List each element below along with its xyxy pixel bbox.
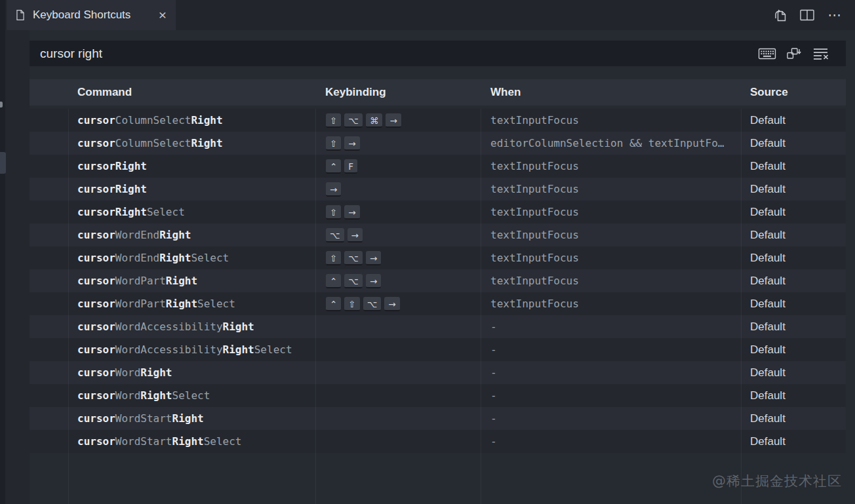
table-row[interactable]: cursorWordRightSelect-Default bbox=[30, 384, 846, 407]
search-input[interactable] bbox=[30, 41, 758, 66]
table-row[interactable]: cursorWordRight-Default bbox=[30, 361, 846, 384]
keybinding-cell: ⇧→ bbox=[315, 205, 481, 220]
command-part: WordStart bbox=[115, 435, 172, 448]
when-cell: - bbox=[481, 435, 741, 448]
keycap: → bbox=[366, 251, 381, 265]
keybinding-cell: ⌃⇧⌥→ bbox=[315, 297, 481, 311]
when-cell: textInputFocus bbox=[481, 160, 741, 172]
source-cell: Default bbox=[741, 183, 846, 196]
tab-bar: Keyboard Shortcuts × ⋯ bbox=[5, 0, 855, 30]
table-row[interactable]: cursorRight→textInputFocusDefault bbox=[30, 178, 846, 201]
when-cell: textInputFocus bbox=[481, 229, 741, 241]
table-row[interactable]: cursorColumnSelectRight⇧→editorColumnSel… bbox=[30, 132, 846, 155]
when-cell: - bbox=[481, 343, 741, 356]
command-part: Right bbox=[166, 275, 197, 287]
command-cell: cursorRight bbox=[68, 183, 315, 195]
table-row[interactable]: cursorWordEndRight⌥→textInputFocusDefaul… bbox=[30, 223, 846, 246]
clear-search-icon[interactable] bbox=[812, 46, 830, 62]
command-cell: cursorRight bbox=[68, 160, 315, 172]
command-part: Right bbox=[159, 252, 191, 264]
command-part: cursor bbox=[77, 206, 115, 218]
row-actions-cell bbox=[30, 178, 68, 201]
header-when: When bbox=[481, 86, 741, 99]
command-part: cursor bbox=[77, 137, 115, 149]
command-cell: cursorWordStartRight bbox=[68, 412, 315, 425]
command-part: Select bbox=[204, 435, 242, 448]
keybinding-cell: ⌃⌥→ bbox=[315, 274, 481, 288]
sort-by-precedence-icon[interactable] bbox=[785, 46, 803, 62]
keycap: → bbox=[344, 136, 359, 151]
command-part: cursor bbox=[77, 320, 115, 333]
command-part: cursor bbox=[77, 412, 115, 425]
keycap: → bbox=[384, 297, 399, 311]
split-editor-icon[interactable] bbox=[799, 7, 816, 23]
source-cell: Default bbox=[741, 320, 846, 334]
more-actions-icon[interactable]: ⋯ bbox=[826, 7, 843, 23]
close-icon[interactable]: × bbox=[156, 9, 169, 21]
table-row[interactable]: cursorWordStartRight-Default bbox=[30, 407, 846, 430]
keybinding-cell: ⇧⌥→ bbox=[315, 251, 481, 265]
keycap: ⌘ bbox=[366, 113, 383, 128]
table-row[interactable]: cursorWordAccessibilityRight-Default bbox=[30, 315, 846, 338]
command-cell: cursorColumnSelectRight bbox=[68, 114, 315, 126]
table-row[interactable]: cursorWordEndRightSelect⇧⌥→textInputFocu… bbox=[30, 246, 846, 269]
row-actions-cell bbox=[30, 269, 68, 292]
sidebar-marker bbox=[0, 102, 3, 107]
table-row[interactable]: cursorRightSelect⇧→textInputFocusDefault bbox=[30, 201, 846, 223]
table-row[interactable]: cursorWordPartRightSelect⌃⇧⌥→textInputFo… bbox=[30, 292, 846, 315]
keybinding-cell: ⌃F bbox=[315, 159, 481, 174]
command-part: Right bbox=[223, 343, 254, 356]
record-keys-icon[interactable] bbox=[758, 46, 776, 62]
command-part: ColumnSelect bbox=[115, 137, 191, 149]
when-cell: textInputFocus bbox=[481, 298, 741, 310]
header-source: Source bbox=[741, 86, 846, 99]
table-row[interactable]: cursorWordPartRight⌃⌥→textInputFocusDefa… bbox=[30, 269, 846, 292]
command-part: Select bbox=[191, 252, 229, 264]
command-part: cursor bbox=[77, 389, 115, 402]
command-cell: cursorWordPartRightSelect bbox=[68, 298, 315, 310]
row-actions-cell bbox=[30, 223, 68, 246]
search-toolbar bbox=[758, 46, 846, 62]
table-row[interactable]: cursorWordStartRightSelect-Default bbox=[30, 430, 846, 453]
row-actions-cell bbox=[30, 361, 68, 384]
table-row[interactable]: cursorWordAccessibilityRightSelect-Defau… bbox=[30, 338, 846, 361]
command-part: ColumnSelect bbox=[115, 114, 191, 126]
when-cell: - bbox=[481, 389, 741, 402]
command-cell: cursorWordPartRight bbox=[68, 275, 315, 287]
when-cell: - bbox=[481, 320, 741, 333]
row-actions-cell bbox=[30, 430, 68, 453]
table-row[interactable]: cursorRight⌃FtextInputFocusDefault bbox=[30, 155, 846, 178]
command-cell: cursorWordAccessibilityRightSelect bbox=[68, 343, 315, 356]
tab-keyboard-shortcuts[interactable]: Keyboard Shortcuts × bbox=[7, 0, 176, 30]
keycap: → bbox=[348, 228, 363, 242]
row-actions-cell bbox=[30, 246, 68, 269]
command-part: Right bbox=[159, 229, 191, 241]
source-cell: Default bbox=[741, 229, 846, 242]
keycap: → bbox=[344, 205, 359, 220]
open-keybindings-json-icon[interactable] bbox=[771, 7, 788, 23]
source-cell: Default bbox=[741, 412, 846, 425]
sidebar-scroll-thumb[interactable] bbox=[0, 152, 6, 174]
command-part: Right bbox=[115, 206, 147, 218]
command-part: Right bbox=[140, 389, 172, 402]
command-part: Right bbox=[115, 160, 147, 172]
watermark: @稀土掘金技术社区 bbox=[712, 472, 842, 490]
source-cell: Default bbox=[741, 206, 846, 219]
when-cell: editorColumnSelection && textInputFo… bbox=[481, 137, 741, 149]
row-actions-cell bbox=[30, 155, 68, 178]
command-part: Right bbox=[172, 412, 204, 425]
command-part: WordEnd bbox=[115, 229, 159, 241]
keycap: F bbox=[344, 159, 357, 174]
command-part: Select bbox=[254, 343, 292, 356]
command-part: cursor bbox=[77, 114, 115, 126]
command-part: WordPart bbox=[115, 275, 166, 287]
command-part: Word bbox=[115, 389, 141, 402]
command-part: Select bbox=[147, 206, 185, 218]
tab-title: Keyboard Shortcuts bbox=[33, 9, 156, 22]
command-part: cursor bbox=[77, 229, 115, 241]
table-row[interactable]: cursorColumnSelectRight⇧⌥⌘→textInputFocu… bbox=[30, 109, 846, 132]
source-cell: Default bbox=[741, 137, 846, 150]
keycap: ⌥ bbox=[326, 228, 344, 242]
command-part: cursor bbox=[77, 275, 115, 287]
command-part: cursor bbox=[77, 343, 115, 356]
